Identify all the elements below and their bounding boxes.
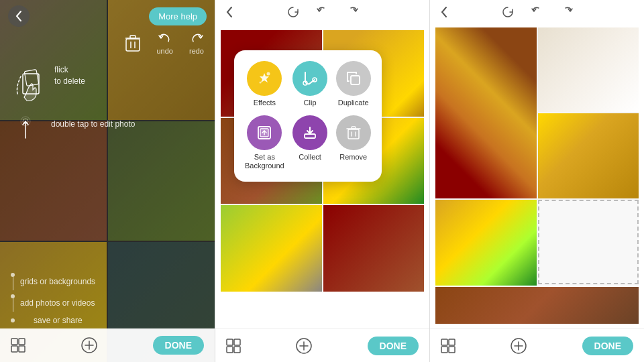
svg-rect-31: [234, 339, 240, 345]
photo-cell-6[interactable]: [323, 205, 425, 292]
svg-rect-32: [227, 347, 233, 353]
grids-connector: [11, 273, 15, 290]
menu-item-set-bg[interactable]: Set as Background: [245, 115, 284, 170]
middle-top-bar: [215, 0, 429, 27]
svg-rect-33: [234, 347, 240, 353]
set-bg-label: Set as Background: [245, 153, 284, 170]
effects-icon: [247, 61, 282, 96]
middle-nav-icons: [286, 5, 359, 22]
duplicate-label: Duplicate: [338, 99, 369, 107]
save-connector: [11, 318, 15, 322]
left-top-bar: More help: [0, 0, 215, 32]
undo-button[interactable]: undo: [156, 32, 172, 55]
left-done-button[interactable]: DONE: [153, 336, 204, 355]
duplicate-icon: [336, 61, 371, 96]
middle-back-button[interactable]: [226, 6, 233, 21]
right-nav-icons: [501, 5, 574, 22]
right-undo-icon[interactable]: [531, 5, 544, 22]
right-add-button[interactable]: [511, 338, 527, 354]
menu-item-duplicate[interactable]: Duplicate: [335, 61, 371, 107]
redo-label: redo: [189, 47, 204, 55]
context-menu: Effects Clip: [234, 50, 382, 182]
svg-rect-40: [449, 347, 455, 353]
remove-icon: [336, 115, 371, 150]
middle-grid-button[interactable]: [226, 339, 241, 353]
svg-rect-12: [19, 346, 25, 352]
middle-redo-icon[interactable]: [345, 5, 359, 22]
right-photo-grid: [435, 27, 639, 286]
left-grid-button[interactable]: [11, 338, 25, 353]
right-cell-4[interactable]: [435, 200, 537, 286]
left-bottom-bar: DONE: [0, 328, 215, 362]
svg-rect-25: [348, 129, 359, 139]
bottom-annotations: grids or backgrounds add photos or video…: [0, 273, 215, 325]
right-grid-button[interactable]: [441, 339, 455, 353]
middle-undo-icon[interactable]: [316, 5, 329, 22]
double-tap-hint-text: double tap to edit photo: [51, 119, 135, 130]
flick-gesture-area: flick to delete: [0, 55, 215, 104]
svg-rect-11: [11, 346, 17, 352]
clip-icon: [292, 61, 327, 96]
middle-add-button[interactable]: [296, 338, 312, 354]
undo-label: undo: [156, 47, 172, 55]
svg-rect-10: [19, 339, 25, 345]
right-cell-2[interactable]: [538, 27, 639, 112]
svg-rect-24: [305, 134, 315, 138]
right-done-button[interactable]: DONE: [582, 337, 633, 355]
add-connector: [11, 294, 15, 312]
middle-panel: Effects Clip: [215, 0, 429, 362]
double-tap-icon: [11, 115, 44, 155]
middle-bottom-bar: DONE: [215, 328, 429, 362]
left-icons-row: undo redo: [0, 32, 215, 55]
svg-rect-39: [441, 347, 447, 353]
right-back-button[interactable]: [441, 6, 447, 21]
svg-rect-20: [351, 76, 360, 84]
svg-rect-30: [227, 339, 233, 345]
set-bg-icon: [247, 115, 282, 150]
svg-rect-9: [11, 339, 17, 345]
save-hint-text: save or share: [20, 316, 83, 325]
middle-photo-area: Effects Clip: [221, 30, 424, 292]
svg-rect-37: [441, 339, 447, 345]
right-refresh-icon[interactable]: [501, 5, 515, 22]
right-panel: DONE: [429, 0, 644, 362]
right-top-bar: [430, 0, 644, 27]
left-add-button[interactable]: [81, 337, 97, 353]
collect-label: Collect: [299, 153, 321, 162]
menu-item-collect[interactable]: Collect: [292, 115, 328, 170]
grids-hint-text: grids or backgrounds: [20, 277, 95, 286]
svg-rect-2: [130, 36, 136, 38]
delete-button[interactable]: [125, 35, 140, 52]
remove-label: Remove: [339, 153, 367, 162]
svg-rect-0: [126, 39, 140, 51]
right-bottom-bar: DONE: [430, 328, 644, 362]
svg-point-16: [267, 72, 270, 76]
middle-done-button[interactable]: DONE: [368, 337, 419, 355]
flick-hint-text: flick to delete: [54, 64, 85, 87]
right-cell-5[interactable]: [538, 200, 639, 284]
effects-label: Effects: [254, 99, 276, 107]
collect-icon: [292, 115, 327, 150]
svg-point-17: [260, 82, 262, 84]
menu-item-remove[interactable]: Remove: [335, 115, 371, 170]
photo-cell-5[interactable]: [221, 205, 322, 292]
redo-button[interactable]: redo: [189, 32, 204, 55]
right-vase-area: [435, 287, 639, 324]
svg-rect-27: [352, 127, 356, 129]
left-back-button[interactable]: [8, 5, 30, 27]
double-tap-area: double tap to edit photo: [0, 104, 215, 155]
menu-item-clip[interactable]: Clip: [292, 61, 328, 107]
right-cell-1[interactable]: [435, 27, 537, 198]
flick-gesture-icon: [11, 60, 48, 104]
right-cell-3[interactable]: [538, 113, 639, 198]
left-panel: More help undo: [0, 0, 215, 362]
middle-refresh-icon[interactable]: [286, 5, 300, 22]
right-redo-icon[interactable]: [560, 5, 574, 22]
svg-rect-38: [449, 339, 455, 345]
right-photo-area: [435, 27, 639, 286]
more-help-button[interactable]: More help: [149, 7, 207, 25]
menu-item-effects[interactable]: Effects: [245, 61, 284, 107]
clip-label: Clip: [304, 99, 317, 107]
add-hint-text: add photos or videos: [20, 298, 95, 308]
